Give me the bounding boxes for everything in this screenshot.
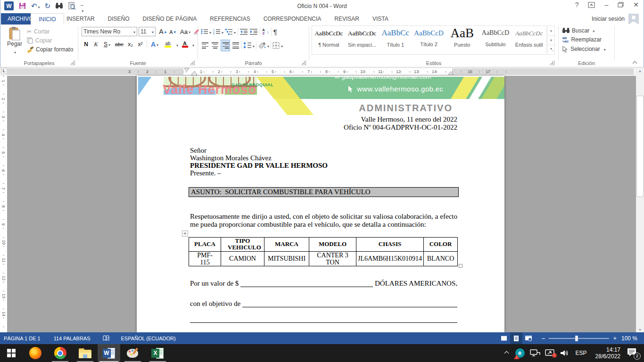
- word-count[interactable]: 114 PALABRAS: [54, 336, 91, 341]
- align-right-button[interactable]: [221, 40, 230, 51]
- italic-button[interactable]: K: [91, 40, 100, 49]
- subscript-button[interactable]: x₂: [126, 40, 135, 49]
- horizontal-ruler[interactable]: L 3 2 1 1 2 3 4 5 6 7 8 9 10 11 12 13 14…: [0, 67, 644, 76]
- style-normal[interactable]: AaBbCcDc ¶ Normal: [312, 26, 346, 54]
- table-header[interactable]: COLOR: [424, 238, 458, 252]
- cut-button[interactable]: ✂Cortar: [27, 28, 50, 35]
- table-cell[interactable]: JL6AMB6H15K010914: [356, 251, 424, 266]
- table-header[interactable]: PLACA: [189, 238, 221, 252]
- table-cell[interactable]: CAMION: [221, 251, 264, 266]
- scroll-up-arrow[interactable]: ▲: [636, 67, 644, 75]
- styles-dialog-launcher[interactable]: [550, 60, 554, 65]
- increase-indent-button[interactable]: [250, 28, 258, 35]
- tab-referencias[interactable]: REFERENCIAS: [203, 16, 256, 22]
- vertical-scrollbar[interactable]: ▲ ▼: [636, 67, 644, 332]
- align-left-button[interactable]: [201, 41, 209, 50]
- style-titulo1[interactable]: AaBbCc Título 1: [379, 26, 412, 54]
- table-header[interactable]: MODELO: [309, 238, 356, 252]
- vertical-ruler[interactable]: 1 2 3 4 5 6 7 8 9 10 11 12 13 14: [0, 76, 7, 332]
- style-titulo2[interactable]: AaBbCcD Título 2: [412, 26, 446, 54]
- justify-button[interactable]: [231, 41, 240, 50]
- tab-correspondencia[interactable]: CORRESPONDENCIA: [257, 16, 328, 22]
- font-dialog-launcher[interactable]: [190, 60, 195, 65]
- minimize-button[interactable]: –: [604, 1, 608, 8]
- scroll-thumb[interactable]: [636, 96, 644, 197]
- style-subtitulo[interactable]: AaBbCcD Subtítulo: [479, 26, 512, 54]
- text-effects-button[interactable]: A: [149, 40, 160, 49]
- grow-font-button[interactable]: A▲: [158, 27, 168, 36]
- replace-button[interactable]: ab⤷ac Reemplazar: [562, 36, 602, 43]
- right-indent-marker[interactable]: [448, 72, 454, 75]
- clipboard-dialog-launcher[interactable]: [70, 60, 75, 65]
- align-center-button[interactable]: [211, 41, 219, 50]
- table-cell[interactable]: BLANCO: [424, 251, 458, 266]
- zoom-out-button[interactable]: −: [541, 335, 545, 342]
- tray-network-icon[interactable]: [530, 349, 540, 357]
- sign-in-link[interactable]: Iniciar sesión: [592, 16, 625, 22]
- help-button[interactable]: ?: [575, 1, 579, 8]
- font-color-dropdown[interactable]: [191, 40, 194, 49]
- start-button[interactable]: [0, 344, 23, 362]
- proofing-icon[interactable]: [103, 335, 110, 341]
- table-cell[interactable]: MITSUBISHI: [264, 251, 309, 266]
- change-case-button[interactable]: Aa: [179, 27, 191, 36]
- line-spacing-button[interactable]: [243, 41, 255, 49]
- taskbar-firefox[interactable]: [23, 344, 48, 362]
- table-cell[interactable]: PMF-115: [189, 251, 221, 266]
- style-sin-espaciado[interactable]: AaBbCcDc Sin espaci...: [346, 26, 379, 54]
- find-button[interactable]: Buscar: [562, 27, 594, 34]
- page-indicator[interactable]: PÁGINA 1 DE 1: [4, 336, 41, 341]
- value-blank[interactable]: [240, 280, 373, 287]
- close-button[interactable]: ✕: [633, 1, 639, 8]
- language-indicator[interactable]: ESPAÑOL (ECUADOR): [121, 336, 176, 341]
- zoom-level[interactable]: 100 %: [621, 335, 637, 342]
- table-header[interactable]: MARCA: [264, 238, 309, 252]
- table-move-handle[interactable]: [182, 230, 188, 237]
- superscript-button[interactable]: x²: [136, 40, 145, 49]
- tray-cast-icon[interactable]: !: [545, 349, 555, 357]
- style-enfasis-sutil[interactable]: AaBbCcDc Énfasis sutil: [512, 26, 546, 54]
- taskbar-word[interactable]: W: [98, 344, 120, 362]
- taskbar-paint[interactable]: [120, 344, 145, 362]
- tray-volume-icon[interactable]: [560, 349, 570, 357]
- taskbar-explorer[interactable]: [73, 344, 98, 362]
- decrease-indent-button[interactable]: [240, 28, 248, 35]
- tab-vista[interactable]: VISTA: [366, 16, 395, 22]
- format-painter-button[interactable]: Copiar formato: [27, 46, 73, 53]
- tab-revisar[interactable]: REVISAR: [328, 16, 366, 22]
- paste-button[interactable]: Pegar: [4, 26, 25, 58]
- font-family-combo[interactable]: Times New Ro: [82, 27, 137, 36]
- tray-clock[interactable]: 14:17 28/6/2022: [595, 346, 620, 360]
- styles-scroll-down[interactable]: ▼: [548, 35, 554, 45]
- borders-button[interactable]: [272, 41, 283, 49]
- font-color-button[interactable]: A: [179, 40, 190, 49]
- strikethrough-button[interactable]: abe: [114, 40, 125, 49]
- select-button[interactable]: Seleccionar: [562, 46, 606, 52]
- table-header[interactable]: TIPO VEHICULO: [221, 238, 264, 252]
- zoom-slider-thumb[interactable]: [575, 336, 578, 341]
- bullets-button[interactable]: [201, 27, 211, 36]
- taskbar-chrome[interactable]: [48, 344, 73, 362]
- underline-button[interactable]: S: [101, 40, 113, 49]
- document-page[interactable]: ✉ gadpvallehermoso@hotmail.com www.valle…: [137, 76, 504, 332]
- view-print-layout[interactable]: [510, 332, 522, 344]
- collapse-ribbon-button[interactable]: [633, 58, 636, 67]
- account-avatar[interactable]: [628, 14, 639, 24]
- styles-gallery-more[interactable]: ▼̲: [548, 45, 554, 54]
- tab-diseno-pagina[interactable]: DISEÑO DE PÁGINA: [136, 16, 204, 22]
- styles-scroll-up[interactable]: ▲: [548, 26, 554, 35]
- table-resize-handle[interactable]: [459, 264, 462, 268]
- numbering-button[interactable]: 123: [213, 27, 223, 36]
- style-puesto[interactable]: AaB Puesto: [446, 26, 479, 54]
- scroll-down-arrow[interactable]: ▼: [636, 328, 644, 331]
- table-cell[interactable]: CANTER 3 TON: [309, 251, 356, 266]
- objective-blank[interactable]: [242, 301, 457, 307]
- view-read-mode[interactable]: [498, 332, 510, 344]
- shading-button[interactable]: [258, 41, 269, 49]
- tray-security-icon[interactable]: e !: [514, 347, 526, 359]
- taskbar-excel[interactable]: X: [145, 344, 170, 362]
- bold-button[interactable]: N: [82, 40, 91, 49]
- tab-diseno[interactable]: DISEÑO: [101, 16, 136, 22]
- tab-insertar[interactable]: INSERTAR: [60, 16, 101, 22]
- zoom-in-button[interactable]: +: [613, 335, 617, 342]
